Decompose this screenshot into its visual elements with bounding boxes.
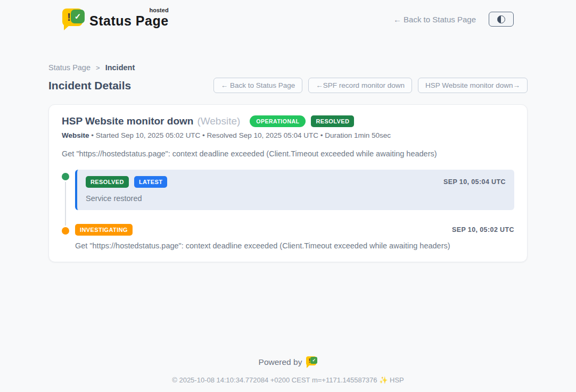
status-page-logo[interactable]: ! ✓ hosted Status Page bbox=[62, 7, 169, 31]
timeline-entry-resolved: RESOLVED LATEST SEP 10, 05:04 UTC Servic… bbox=[62, 170, 514, 210]
timeline-dot-orange bbox=[62, 227, 69, 235]
timeline-highlight-box: RESOLVED LATEST SEP 10, 05:04 UTC Servic… bbox=[75, 170, 514, 210]
status-page-mini-logo-icon[interactable]: ! ✓ bbox=[306, 356, 317, 368]
exclamation-icon: ! bbox=[67, 11, 71, 23]
back-to-status-page-button[interactable]: ← Back to Status Page bbox=[213, 78, 303, 93]
timeline-entry-investigating: INVESTIGATING SEP 10, 05:02 UTC Get "htt… bbox=[62, 224, 514, 250]
contrast-icon bbox=[497, 15, 505, 23]
timeline-latest-badge: LATEST bbox=[134, 176, 167, 188]
incident-card: HSP Website monitor down (Website) OPERA… bbox=[48, 104, 528, 262]
next-incident-button[interactable]: HSP Website monitor down→ bbox=[418, 78, 528, 93]
incident-title: HSP Website monitor down bbox=[62, 115, 193, 127]
timeline-message: Service restored bbox=[86, 194, 506, 203]
checkmark-icon: ✓ bbox=[71, 10, 85, 23]
breadcrumb-separator: > bbox=[96, 64, 100, 72]
header-back-to-status-page-link[interactable]: ← Back to Status Page bbox=[393, 15, 476, 24]
timeline-timestamp: SEP 10, 05:04 UTC bbox=[443, 178, 506, 186]
page-title: Incident Details bbox=[48, 79, 131, 92]
incident-component: (Website) bbox=[197, 115, 240, 127]
powered-by: Powered by ! ✓ bbox=[259, 356, 318, 368]
logo-bubble-tail bbox=[307, 365, 310, 368]
logo-text: hosted Status Page bbox=[89, 7, 169, 29]
timeline-investigating-badge: INVESTIGATING bbox=[75, 224, 133, 236]
checkmark-icon: ✓ bbox=[310, 357, 317, 364]
incident-description: Get "https://hostedstatus.page": context… bbox=[62, 149, 514, 158]
theme-toggle-button[interactable] bbox=[489, 12, 514, 27]
logo-brand: Status Page bbox=[89, 13, 169, 28]
status-page-logo-icon: ! ✓ bbox=[62, 7, 85, 31]
incident-meta-component: Website bbox=[62, 131, 89, 139]
logo-bubble-tail bbox=[64, 24, 70, 30]
footer: Powered by ! ✓ © 2025-10-08 14:10:34.772… bbox=[0, 356, 576, 384]
breadcrumb-status-page[interactable]: Status Page bbox=[48, 63, 90, 72]
breadcrumb: Status Page > Incident bbox=[48, 63, 528, 72]
timeline-timestamp: SEP 10, 05:02 UTC bbox=[452, 226, 514, 233]
incident-meta: Website • Started Sep 10, 2025 05:02 UTC… bbox=[62, 131, 514, 139]
header: ! ✓ hosted Status Page ← Back to Status … bbox=[0, 0, 576, 31]
incident-meta-times: • Started Sep 10, 2025 05:02 UTC • Resol… bbox=[89, 131, 391, 139]
resolved-state-badge: RESOLVED bbox=[311, 115, 354, 127]
copyright-line: © 2025-10-08 14:10:34.772084 +0200 CEST … bbox=[0, 376, 576, 384]
timeline-message: Get "https://hostedstatus.page": context… bbox=[75, 241, 514, 250]
main-content: Status Page > Incident Incident Details … bbox=[48, 63, 528, 262]
operational-status-badge: OPERATIONAL bbox=[250, 115, 306, 127]
prev-incident-button[interactable]: ←SPF record monitor down bbox=[308, 78, 412, 93]
logo-superscript: hosted bbox=[150, 7, 169, 13]
incident-timeline: RESOLVED LATEST SEP 10, 05:04 UTC Servic… bbox=[62, 170, 514, 250]
incident-nav-buttons: ← Back to Status Page ←SPF record monito… bbox=[213, 78, 528, 93]
powered-by-label: Powered by bbox=[259, 357, 302, 367]
timeline-resolved-badge: RESOLVED bbox=[86, 176, 129, 188]
timeline-dot-green bbox=[62, 173, 69, 180]
breadcrumb-incident: Incident bbox=[105, 63, 135, 72]
